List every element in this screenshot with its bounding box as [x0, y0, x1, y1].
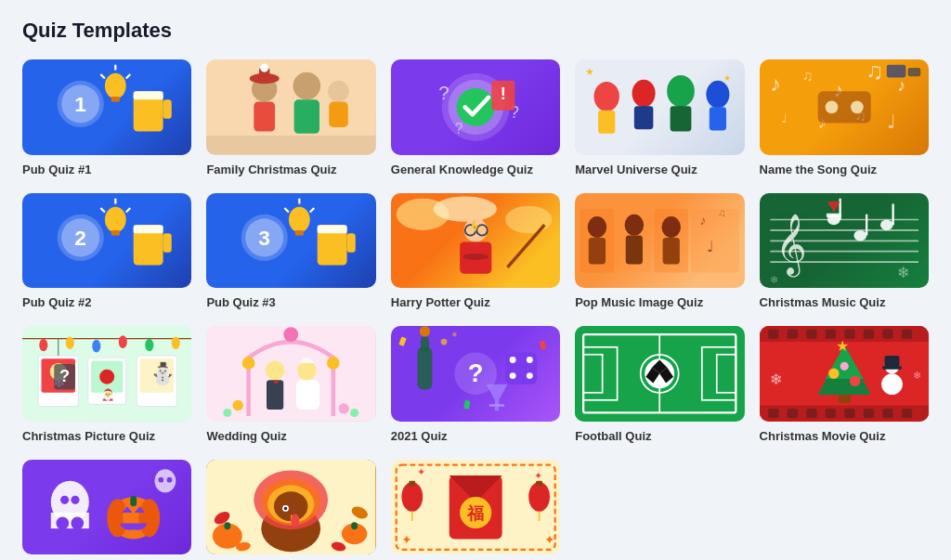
svg-rect-194	[806, 409, 816, 418]
card-thumb-xmas-music: 𝄞 ❄ ❄	[760, 193, 929, 289]
card-label-2021: 2021 Quiz	[391, 429, 560, 443]
page-title: Quiz Templates	[22, 19, 929, 43]
svg-line-10	[126, 74, 131, 79]
svg-rect-7	[111, 97, 120, 102]
svg-point-60	[105, 206, 126, 231]
svg-text:♪: ♪	[770, 72, 780, 96]
svg-text:★: ★	[586, 66, 595, 77]
card-label-xmas-music: Christmas Music Quiz	[760, 295, 929, 309]
svg-point-78	[505, 205, 552, 233]
card-pub1[interactable]: 1 Pub Quiz #1	[22, 59, 191, 176]
card-thanksgiving[interactable]: Thanksgiving Quiz	[206, 460, 375, 560]
svg-rect-243	[225, 522, 231, 529]
svg-marker-113	[827, 202, 840, 212]
card-label-marvel: Marvel Universe Quiz	[575, 163, 744, 176]
svg-rect-225	[130, 496, 137, 506]
card-xmas-family[interactable]: Family Christmas Quiz	[206, 59, 375, 176]
svg-text:✦: ✦	[401, 533, 412, 547]
card-halloween[interactable]: Halloween Quiz	[22, 460, 191, 560]
card-2021[interactable]: ? 2021 Quiz	[391, 326, 560, 443]
card-marvel[interactable]: ★ ★ Marvel Universe Quiz	[575, 59, 744, 176]
svg-rect-145	[296, 380, 319, 410]
card-song[interactable]: ♪ ♫ ♪ ♫ ♪ ♩ ♪ ♫ ♩ Name the Song Quiz	[760, 59, 929, 176]
svg-text:★: ★	[836, 339, 849, 355]
svg-point-147	[339, 403, 349, 413]
svg-point-207	[881, 373, 903, 395]
card-wedding[interactable]: Wedding Quiz	[206, 326, 375, 443]
svg-text:❄: ❄	[770, 273, 778, 284]
svg-rect-20	[330, 102, 349, 127]
svg-point-140	[284, 327, 299, 342]
svg-point-138	[242, 357, 255, 370]
svg-rect-192	[768, 409, 778, 418]
svg-point-117	[39, 339, 47, 352]
svg-point-107	[853, 229, 866, 240]
svg-rect-18	[294, 99, 319, 133]
svg-point-204	[849, 376, 859, 386]
svg-rect-72	[295, 229, 304, 235]
svg-point-90	[588, 216, 607, 238]
svg-rect-2	[134, 91, 163, 99]
quiz-grid: 1 Pub Quiz #1 Family Christmas Quiz ? ? …	[22, 59, 929, 560]
svg-text:✦: ✦	[417, 466, 425, 477]
card-pub3[interactable]: 3 Pub Quiz #3	[206, 193, 375, 310]
svg-rect-67	[318, 225, 347, 233]
svg-rect-162	[398, 337, 406, 347]
svg-rect-163	[539, 341, 546, 350]
svg-rect-13	[254, 102, 276, 132]
card-pop[interactable]: ♪ ♫ ♩ Pop Music Image Quiz	[575, 193, 744, 310]
svg-text:♩: ♩	[708, 238, 715, 254]
card-lunar[interactable]: 福 ✦ ✦ ✦ ✦ Lunar New Year Quiz	[391, 460, 560, 560]
card-label-xmas-pic: Christmas Picture Quiz	[22, 429, 191, 443]
svg-point-122	[172, 337, 180, 350]
card-xmas-music[interactable]: 𝄞 ❄ ❄ Christmas Music Quiz	[760, 193, 929, 310]
svg-point-158	[509, 357, 515, 363]
card-thumb-pop: ♪ ♫ ♩	[575, 193, 744, 289]
svg-point-160	[509, 372, 515, 379]
card-label-xmas-family: Family Christmas Quiz	[206, 163, 375, 176]
svg-point-149	[350, 409, 358, 417]
svg-rect-114	[826, 213, 840, 217]
card-harry[interactable]: Harry Potter Quiz	[391, 193, 560, 310]
svg-text:❄: ❄	[897, 265, 909, 280]
svg-line-75	[310, 208, 315, 213]
svg-point-92	[625, 214, 645, 235]
svg-text:?: ?	[59, 367, 70, 386]
svg-point-27	[456, 88, 494, 126]
svg-rect-196	[844, 409, 854, 418]
svg-text:2: 2	[74, 225, 86, 249]
svg-text:🎅: 🎅	[101, 388, 115, 401]
svg-point-146	[233, 400, 243, 410]
svg-point-211	[887, 363, 890, 366]
card-thumb-xmas-family	[206, 59, 375, 155]
svg-rect-164	[463, 400, 470, 410]
svg-text:❄: ❄	[770, 371, 782, 387]
card-xmas-pic[interactable]: ❄ ? 🎅 ⛄ Christmas Picture Quiz	[22, 326, 191, 443]
svg-text:★: ★	[723, 73, 731, 83]
svg-point-153	[440, 339, 447, 345]
svg-point-259	[528, 482, 550, 512]
svg-rect-216	[51, 513, 89, 528]
svg-rect-186	[825, 330, 835, 339]
svg-rect-193	[787, 409, 797, 418]
card-pub2[interactable]: 2 Pub Quiz #2	[22, 193, 191, 310]
card-thumb-2021: ?	[391, 326, 560, 422]
svg-text:♪: ♪	[897, 75, 905, 95]
card-thumb-song: ♪ ♫ ♪ ♫ ♪ ♩ ♪ ♫ ♩	[760, 59, 929, 155]
svg-point-121	[145, 339, 153, 352]
svg-rect-197	[863, 409, 873, 418]
card-label-pub3: Pub Quiz #3	[206, 295, 375, 309]
card-football[interactable]: Football Quiz	[575, 326, 744, 443]
svg-rect-35	[671, 106, 692, 131]
card-thumb-xmas-movie: ★ ❄ ❄	[760, 326, 929, 422]
card-xmas-movie[interactable]: ★ ❄ ❄ Christmas Movie Quiz	[760, 326, 929, 443]
svg-rect-52	[886, 65, 905, 78]
svg-rect-195	[825, 409, 835, 418]
svg-rect-33	[634, 106, 654, 129]
svg-rect-91	[589, 237, 606, 263]
svg-text:福: 福	[466, 503, 484, 523]
svg-point-218	[71, 516, 84, 529]
svg-rect-190	[901, 330, 911, 339]
svg-point-6	[105, 73, 126, 98]
card-general[interactable]: ? ? ? ! General Knowledge Quiz	[391, 59, 560, 176]
